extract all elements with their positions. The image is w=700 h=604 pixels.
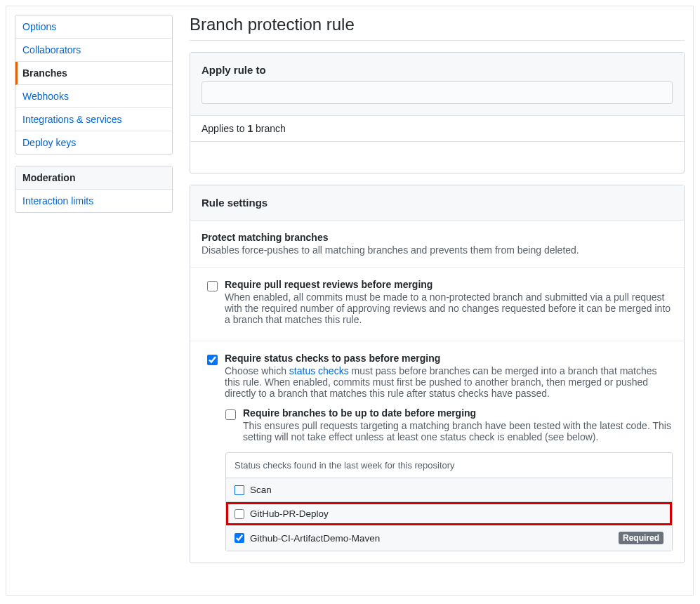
pr-reviews-desc: When enabled, all commits must be made t… (225, 291, 673, 325)
pr-reviews-block: Require pull request reviews before merg… (207, 279, 673, 325)
pr-reviews-label: Require pull request reviews before merg… (225, 279, 673, 290)
up-to-date-block: Require branches to be up to date before… (225, 407, 673, 551)
settings-menu: Options Collaborators Branches Webhooks … (15, 15, 173, 155)
rule-settings-box: Rule settings Protect matching branches … (190, 185, 685, 563)
status-check-row-ci-maven[interactable]: Github-CI-ArtifactDemo-Maven Required (226, 525, 672, 551)
status-check-row-pr-deploy[interactable]: GitHub-PR-Deploy (226, 502, 672, 525)
status-checks-link[interactable]: status checks (289, 365, 349, 376)
settings-page: Options Collaborators Branches Webhooks … (6, 6, 694, 596)
status-checks-section: Require status checks to pass before mer… (190, 341, 684, 563)
protect-section: Protect matching branches Disables force… (190, 221, 684, 268)
sidebar-item-integrations[interactable]: Integrations & services (15, 108, 172, 131)
rule-settings-header: Rule settings (190, 185, 684, 221)
status-check-scan-checkbox[interactable] (235, 485, 244, 495)
apply-input-wrap (190, 81, 684, 116)
main-content: Branch protection rule Apply rule to App… (190, 15, 685, 586)
sidebar: Options Collaborators Branches Webhooks … (15, 15, 173, 586)
status-check-ci-maven-label: Github-CI-ArtifactDemo-Maven (250, 533, 613, 544)
up-to-date-desc: This ensures pull requests targeting a m… (243, 420, 673, 442)
require-pr-reviews-checkbox[interactable] (207, 281, 218, 291)
sidebar-item-branches[interactable]: Branches (15, 62, 172, 85)
status-check-ci-maven-checkbox[interactable] (235, 533, 244, 543)
applies-blank (190, 142, 684, 173)
protect-title: Protect matching branches (202, 232, 673, 243)
status-checks-list-header: Status checks found in the last week for… (226, 453, 672, 478)
sidebar-item-interaction-limits[interactable]: Interaction limits (15, 190, 172, 212)
require-status-checks-checkbox[interactable] (207, 355, 218, 365)
branch-pattern-input[interactable] (202, 81, 673, 104)
moderation-header: Moderation (15, 166, 172, 190)
applies-prefix: Applies to (202, 123, 247, 134)
status-check-pr-deploy-label: GitHub-PR-Deploy (250, 508, 663, 519)
status-checks-desc: Choose which status checks must pass bef… (225, 365, 673, 399)
applies-to-row: Applies to 1 branch (190, 116, 684, 142)
protect-desc: Disables force-pushes to all matching br… (202, 244, 673, 256)
status-checks-block: Require status checks to pass before mer… (207, 353, 673, 399)
status-check-row-scan[interactable]: Scan (226, 478, 672, 502)
status-checks-label: Require status checks to pass before mer… (225, 353, 673, 364)
sidebar-item-deploy-keys[interactable]: Deploy keys (15, 131, 172, 154)
sidebar-item-collaborators[interactable]: Collaborators (15, 39, 172, 62)
sidebar-item-options[interactable]: Options (15, 15, 172, 39)
page-title: Branch protection rule (190, 15, 685, 41)
up-to-date-label: Require branches to be up to date before… (243, 407, 673, 419)
status-check-scan-label: Scan (250, 485, 663, 495)
applies-suffix: branch (253, 123, 286, 134)
apply-rule-header: Apply rule to (190, 53, 684, 81)
apply-rule-box: Apply rule to Applies to 1 branch (190, 52, 685, 173)
require-up-to-date-checkbox[interactable] (225, 409, 236, 420)
status-check-pr-deploy-checkbox[interactable] (235, 509, 244, 519)
applies-count: 1 (247, 123, 253, 134)
sidebar-item-webhooks[interactable]: Webhooks (15, 85, 172, 108)
pr-reviews-section: Require pull request reviews before merg… (190, 268, 684, 341)
status-checks-list: Status checks found in the last week for… (225, 452, 673, 551)
required-badge: Required (619, 532, 663, 544)
moderation-menu: Moderation Interaction limits (15, 166, 173, 213)
